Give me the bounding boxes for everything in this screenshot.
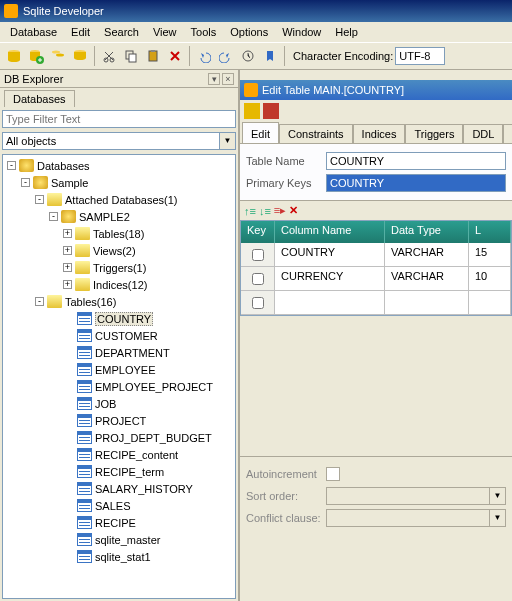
tree-sample[interactable]: Sample (51, 177, 88, 189)
apply-icon[interactable] (244, 103, 260, 119)
grid-header-key[interactable]: Key (241, 221, 275, 243)
cell-type[interactable]: VARCHAR (385, 267, 469, 290)
menu-database[interactable]: Database (4, 24, 63, 40)
cut-icon[interactable] (99, 46, 119, 66)
tree-table[interactable]: CUSTOMER (95, 330, 158, 342)
undo-icon[interactable] (194, 46, 214, 66)
move-icon[interactable]: ≡▸ (274, 204, 286, 217)
tab-triggers[interactable]: Triggers (405, 124, 463, 143)
conflict-clause-select[interactable]: ▼ (326, 509, 506, 527)
db-icon[interactable] (4, 46, 24, 66)
paste-icon[interactable] (143, 46, 163, 66)
editor-panel: Edit Table MAIN.[COUNTRY] Edit Constrain… (240, 70, 512, 601)
expand-icon[interactable]: + (63, 280, 72, 289)
copy-icon[interactable] (121, 46, 141, 66)
history-icon[interactable] (238, 46, 258, 66)
bookmark-icon[interactable] (260, 46, 280, 66)
tree-table[interactable]: EMPLOYEE_PROJECT (95, 381, 213, 393)
menu-view[interactable]: View (147, 24, 183, 40)
tree-s2-tables[interactable]: Tables(18) (93, 228, 144, 240)
sort-desc-icon[interactable]: ↓≡ (259, 205, 271, 217)
menu-tools[interactable]: Tools (185, 24, 223, 40)
tree-table[interactable]: JOB (95, 398, 116, 410)
tree-s2-indices[interactable]: Indices(12) (93, 279, 147, 291)
expand-icon[interactable]: + (63, 246, 72, 255)
tree-s2-views[interactable]: Views(2) (93, 245, 136, 257)
databases-tab[interactable]: Databases (4, 90, 75, 107)
databases-icon (19, 159, 34, 172)
expand-icon[interactable]: - (35, 195, 44, 204)
tree-table-country[interactable]: COUNTRY (95, 312, 153, 326)
tree-tables[interactable]: Tables(16) (65, 296, 116, 308)
menu-options[interactable]: Options (224, 24, 274, 40)
tab-data[interactable]: Data (503, 124, 512, 143)
remove-icon[interactable]: ✕ (289, 204, 298, 217)
expand-icon[interactable]: - (49, 212, 58, 221)
tree-table[interactable]: SALARY_HISTORY (95, 483, 193, 495)
dropdown-icon[interactable]: ▼ (489, 488, 505, 504)
menu-search[interactable]: Search (98, 24, 145, 40)
menu-help[interactable]: Help (329, 24, 364, 40)
db-add-icon[interactable] (26, 46, 46, 66)
redo-icon[interactable] (216, 46, 236, 66)
db-open-icon[interactable] (70, 46, 90, 66)
svg-rect-9 (129, 54, 136, 62)
combo-dropdown-icon[interactable]: ▼ (220, 132, 236, 150)
cell-length[interactable]: 10 (469, 267, 511, 290)
grid-header-length[interactable]: L (469, 221, 511, 243)
grid-header-column[interactable]: Column Name (275, 221, 385, 243)
tree-table[interactable]: PROJ_DEPT_BUDGET (95, 432, 212, 444)
expand-icon[interactable]: - (35, 297, 44, 306)
grid-row-empty[interactable] (241, 291, 511, 315)
sort-order-select[interactable]: ▼ (326, 487, 506, 505)
pin-icon[interactable]: ▾ (208, 73, 220, 85)
db-stack-icon[interactable] (48, 46, 68, 66)
expand-icon[interactable]: - (21, 178, 30, 187)
filter-input[interactable] (2, 110, 236, 128)
objects-combo[interactable] (2, 132, 220, 150)
grid-row[interactable]: CURRENCY VARCHAR 10 (241, 267, 511, 291)
tree-table[interactable]: EMPLOYEE (95, 364, 156, 376)
tree-s2-triggers[interactable]: Triggers(1) (93, 262, 146, 274)
menu-edit[interactable]: Edit (65, 24, 96, 40)
tree-databases[interactable]: Databases (37, 160, 90, 172)
database-tree[interactable]: -Databases -Sample -Attached Databases(1… (2, 154, 236, 599)
expand-icon[interactable]: + (63, 229, 72, 238)
columns-grid: Key Column Name Data Type L COUNTRY VARC… (240, 220, 512, 316)
tab-edit[interactable]: Edit (242, 122, 279, 143)
tab-constraints[interactable]: Constraints (279, 124, 353, 143)
expand-icon[interactable]: - (7, 161, 16, 170)
tree-table[interactable]: RECIPE (95, 517, 136, 529)
cell-type[interactable]: VARCHAR (385, 243, 469, 266)
close-icon[interactable]: × (222, 73, 234, 85)
encoding-input[interactable] (395, 47, 445, 65)
cell-column[interactable]: CURRENCY (275, 267, 385, 290)
delete-icon[interactable] (165, 46, 185, 66)
grid-row[interactable]: COUNTRY VARCHAR 15 (241, 243, 511, 267)
sort-asc-icon[interactable]: ↑≡ (244, 205, 256, 217)
tree-attached[interactable]: Attached Databases(1) (65, 194, 178, 206)
cell-length[interactable]: 15 (469, 243, 511, 266)
tree-table[interactable]: PROJECT (95, 415, 146, 427)
tab-ddl[interactable]: DDL (463, 124, 503, 143)
dropdown-icon[interactable]: ▼ (489, 510, 505, 526)
tree-table[interactable]: DEPARTMENT (95, 347, 170, 359)
key-checkbox[interactable] (252, 273, 264, 285)
tree-table[interactable]: sqlite_master (95, 534, 160, 546)
autoincrement-checkbox[interactable] (326, 467, 340, 481)
grid-header-type[interactable]: Data Type (385, 221, 469, 243)
menu-window[interactable]: Window (276, 24, 327, 40)
table-name-input[interactable] (326, 152, 506, 170)
expand-icon[interactable]: + (63, 263, 72, 272)
tree-table[interactable]: RECIPE_term (95, 466, 164, 478)
key-checkbox[interactable] (252, 249, 264, 261)
tree-table[interactable]: SALES (95, 500, 130, 512)
tree-table[interactable]: sqlite_stat1 (95, 551, 151, 563)
stop-icon[interactable] (263, 103, 279, 119)
tab-indices[interactable]: Indices (353, 124, 406, 143)
tree-table[interactable]: RECIPE_content (95, 449, 178, 461)
tree-sample2[interactable]: SAMPLE2 (79, 211, 130, 223)
cell-column[interactable]: COUNTRY (275, 243, 385, 266)
key-checkbox[interactable] (252, 297, 264, 309)
primary-keys-input[interactable] (326, 174, 506, 192)
